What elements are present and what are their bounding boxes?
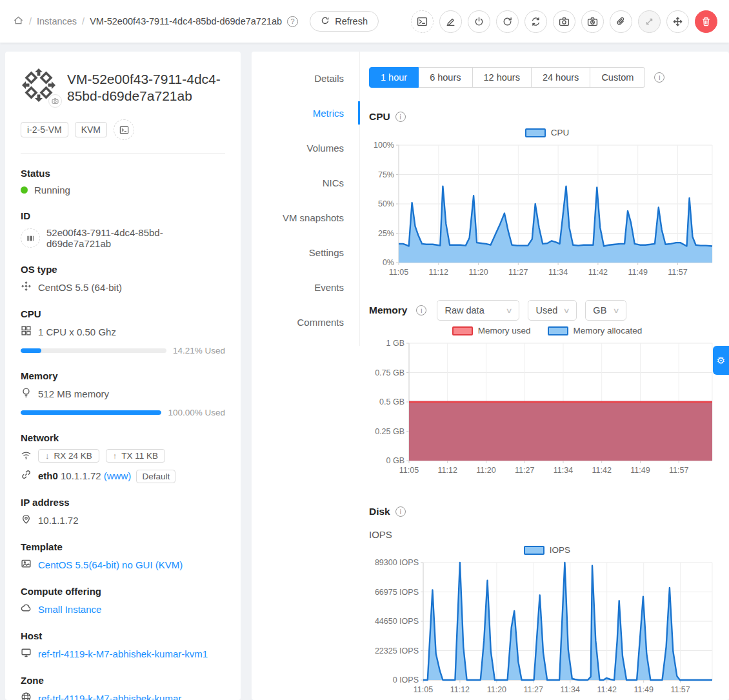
- tab-comments[interactable]: Comments: [252, 305, 359, 339]
- help-icon[interactable]: ?: [287, 16, 298, 27]
- breadcrumb-separator: /: [29, 16, 32, 26]
- memory-legend: Memory usedMemory allocated: [369, 326, 725, 335]
- legend-memory-allocated[interactable]: Memory allocated: [548, 326, 643, 335]
- svg-text:11:42: 11:42: [592, 466, 612, 475]
- offering-link[interactable]: Small Instance: [38, 604, 101, 615]
- svg-text:0.25 GB: 0.25 GB: [375, 427, 404, 436]
- settings-drawer-handle[interactable]: ⚙: [713, 346, 729, 375]
- svg-text:11:20: 11:20: [476, 466, 495, 475]
- location-pin-icon: [21, 514, 32, 526]
- network-section: Network ↓RX 24 KB ↑TX 11 KB eth0 10.1.1.…: [21, 432, 225, 482]
- refresh-button[interactable]: Refresh: [310, 11, 379, 32]
- nic-network-link[interactable]: (www): [104, 470, 132, 481]
- iops-subtitle: IOPS: [369, 529, 725, 540]
- memory-chart-title: Memory: [369, 305, 407, 316]
- monitor-icon: [21, 647, 32, 660]
- memory-select-2[interactable]: GB∨: [585, 300, 626, 321]
- memory-info-icon[interactable]: i: [416, 305, 426, 315]
- svg-text:11:49: 11:49: [628, 268, 648, 277]
- svg-text:11:49: 11:49: [630, 466, 650, 475]
- os-value: CentOS 5.5 (64-bit): [38, 282, 122, 293]
- template-link[interactable]: CentOS 5.5(64-bit) no GUI (KVM): [38, 559, 183, 570]
- detail-card: DetailsMetricsVolumesNICsVM snapshotsSet…: [252, 52, 729, 700]
- legend-swatch: [524, 546, 544, 555]
- tab-settings[interactable]: Settings: [252, 235, 359, 270]
- time-range-24-hours[interactable]: 24 hours: [532, 67, 590, 88]
- recurring-snapshot-button[interactable]: [581, 10, 604, 33]
- status-label: Status: [21, 168, 225, 179]
- time-range-1-hour[interactable]: 1 hour: [369, 67, 419, 88]
- cpu-chart[interactable]: 0%25%50%75%100%11:0511:1211:2011:2711:34…: [369, 140, 717, 279]
- console-chip-button[interactable]: [114, 119, 134, 140]
- zone-label: Zone: [21, 675, 225, 686]
- host-link[interactable]: ref-trl-4119-k-M7-abhishek-kumar-kvm1: [38, 648, 208, 659]
- time-range-group: 1 hour6 hours12 hours24 hoursCustom: [369, 67, 645, 88]
- memory-usage-bar: [21, 410, 161, 415]
- reboot-instance-icon: [502, 16, 513, 27]
- status-value: Running: [34, 185, 70, 195]
- rx-chip: ↓RX 24 KB: [38, 449, 99, 463]
- iops-chart[interactable]: 0 IOPS22325 IOPS44650 IOPS66975 IOPS8930…: [369, 557, 717, 697]
- os-section: OS type CentOS 5.5 (64-bit): [21, 264, 225, 294]
- reinstall-instance-button[interactable]: [524, 10, 547, 33]
- vertical-tabs: DetailsMetricsVolumesNICsVM snapshotsSet…: [252, 52, 360, 346]
- time-range-12-hours[interactable]: 12 hours: [473, 67, 532, 88]
- time-range-info-icon[interactable]: i: [654, 72, 664, 83]
- svg-text:66975 IOPS: 66975 IOPS: [375, 588, 419, 597]
- memory-usage-text: 100.00% Used: [168, 408, 225, 417]
- svg-text:11:34: 11:34: [548, 268, 568, 277]
- home-icon[interactable]: [13, 15, 24, 28]
- memory-section: Memory 512 MB memory 100.00% Used: [21, 370, 225, 417]
- destroy-instance-icon: [701, 16, 712, 27]
- stop-instance-button[interactable]: [468, 10, 490, 33]
- memory-select-1[interactable]: Used∨: [528, 300, 577, 321]
- tab-events[interactable]: Events: [252, 270, 359, 305]
- take-snapshot-button[interactable]: [553, 10, 575, 33]
- nic-name: eth0: [38, 470, 58, 481]
- legend-memory-used[interactable]: Memory used: [452, 326, 531, 335]
- breadcrumb-instances[interactable]: Instances: [37, 16, 77, 26]
- zone-section: Zone ref-trl-4119-k-M7-abhishek-kumar: [21, 675, 225, 700]
- migrate-instance-button[interactable]: [666, 10, 689, 33]
- cpu-value: 1 CPU x 0.50 Ghz: [38, 326, 116, 337]
- cpu-info-icon[interactable]: i: [395, 112, 406, 122]
- svg-text:11:12: 11:12: [429, 268, 448, 277]
- nic-ip: 10.1.1.72: [61, 470, 101, 481]
- vm-id-value: 52e00f43-7911-4dc4-85bd-d69de7a721ab: [46, 227, 225, 249]
- iops-legend: IOPS: [369, 545, 725, 555]
- tab-metrics[interactable]: Metrics: [252, 95, 359, 130]
- cpu-chart-block: CPU i CPU 0%25%50%75%100%11:0511:1211:20…: [369, 111, 725, 279]
- memory-chart[interactable]: 0 GB0.25 GB0.5 GB0.75 GB1 GB11:0511:1211…: [369, 338, 717, 477]
- attach-iso-button[interactable]: [610, 10, 632, 33]
- reboot-instance-button[interactable]: [496, 10, 519, 33]
- offering-section: Compute offering Small Instance: [21, 586, 225, 615]
- time-range-6-hours[interactable]: 6 hours: [419, 67, 472, 88]
- tab-vm-snapshots[interactable]: VM snapshots: [252, 200, 359, 235]
- zone-link[interactable]: ref-trl-4119-k-M7-abhishek-kumar: [38, 693, 181, 700]
- globe-icon: [21, 692, 32, 700]
- tab-volumes[interactable]: Volumes: [252, 130, 359, 165]
- disk-info-icon[interactable]: i: [395, 506, 406, 517]
- legend-cpu[interactable]: CPU: [525, 128, 570, 137]
- link-icon: [21, 469, 32, 482]
- migrate-instance-icon: [672, 16, 683, 27]
- legend-iops[interactable]: IOPS: [524, 545, 570, 555]
- svg-text:11:05: 11:05: [414, 685, 433, 694]
- open-console-button[interactable]: [411, 10, 434, 33]
- time-range-custom[interactable]: Custom: [590, 67, 645, 88]
- ip-value: 10.1.1.72: [38, 515, 79, 526]
- svg-text:44650 IOPS: 44650 IOPS: [375, 617, 419, 626]
- legend-swatch: [548, 326, 568, 335]
- tab-nics[interactable]: NICs: [252, 165, 359, 200]
- svg-text:89300 IOPS: 89300 IOPS: [375, 558, 419, 567]
- open-console-icon: [417, 16, 428, 27]
- cpu-section: CPU 1 CPU x 0.50 Ghz 14.21% Used: [21, 308, 225, 355]
- tab-details[interactable]: Details: [252, 61, 359, 95]
- memory-select-0[interactable]: Raw data∨: [437, 300, 519, 321]
- edit-button[interactable]: [439, 10, 462, 33]
- change-icon-camera-button[interactable]: [48, 94, 62, 108]
- svg-text:0.5 GB: 0.5 GB: [379, 397, 404, 406]
- disk-chart-block: Disk i IOPS IOPS 0 IOPS22325 IOPS44650 I…: [369, 506, 725, 697]
- destroy-instance-button[interactable]: [695, 10, 717, 33]
- memory-select-group: Raw data∨Used∨GB∨: [437, 300, 626, 321]
